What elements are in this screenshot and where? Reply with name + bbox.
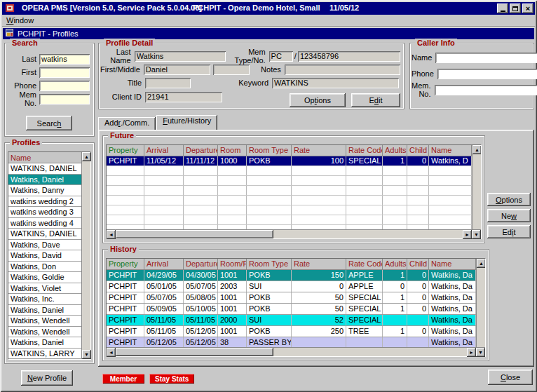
profiles-name-header[interactable]: Name [8,152,81,163]
history-vscrollbar[interactable]: ▲ [476,259,485,347]
scroll-down-icon[interactable]: ▼ [82,350,91,359]
column-header[interactable]: Room Type [247,259,292,269]
tab-future-history[interactable]: Future/History [156,115,217,130]
detail-keyword[interactable] [272,78,399,88]
detail-first-name[interactable] [144,65,210,75]
stay-stats-badge[interactable]: Stay Stats [149,374,194,384]
column-header[interactable]: Room/Fol. [218,259,247,269]
table-row[interactable] [107,176,472,186]
scroll-track[interactable] [82,161,90,350]
table-row[interactable]: PCHPIT05/11/0505/12/051001POKB250TREE10W… [107,326,476,337]
column-header[interactable]: Room Type [247,145,292,156]
profile-list-item[interactable]: Watkins, Wendell [8,316,81,327]
detail-last-name[interactable] [135,51,226,62]
scroll-right-icon[interactable]: ► [463,230,472,239]
search-button[interactable]: Search [26,116,72,130]
scroll-right-icon[interactable]: ► [467,348,476,357]
caller-name-input[interactable] [435,53,537,63]
scroll-track[interactable] [273,348,467,356]
caller-mem-no-input[interactable] [435,85,537,95]
profile-list-item[interactable]: Watkins, Daniel [8,175,81,186]
close-button[interactable]: Close [488,370,533,385]
scroll-left-icon[interactable]: ◄ [107,230,116,239]
table-row[interactable]: PCHPIT05/12/0505/12/0538PASSER BYWatkins… [107,337,476,347]
profile-list-item[interactable]: Watkins, Wendell [8,327,81,338]
close-window-button[interactable]: × [522,4,533,13]
scroll-track[interactable] [473,154,481,229]
column-header[interactable]: Rate Code [346,259,383,269]
table-row[interactable] [107,215,472,225]
column-header[interactable]: Departure [184,145,218,156]
future-vscrollbar[interactable]: ▲ [472,145,481,229]
profile-list-item[interactable]: Watkins, Goldie [8,272,81,283]
column-header[interactable]: Arrival [144,145,184,156]
profile-list-item[interactable]: watkins wedding 4 [8,218,81,229]
profile-list-item[interactable]: WATKINS, DANIEL [8,229,81,240]
profile-list-item[interactable]: Watkins, Dave [8,240,81,251]
table-row[interactable]: PCHPIT11/05/1211/11/121000POKB100SPECIAL… [107,156,472,166]
column-header[interactable]: Name [429,259,476,269]
column-header[interactable]: Property [107,145,144,156]
profile-list-item[interactable]: Watkins, Daniel [8,305,81,316]
menu-window[interactable]: Window [6,16,34,25]
scroll-up-icon[interactable]: ▲ [477,259,485,268]
profile-list-item[interactable]: Watkins, Violet [8,283,81,295]
profile-list-item[interactable]: Watkins, Daniel [8,337,81,349]
profile-list-item[interactable]: watkins wedding 3 [8,207,81,218]
detail-mem-type[interactable] [269,51,293,62]
maximize-button[interactable] [510,4,521,13]
tab-addr-comm[interactable]: Addr./Comm. [98,117,156,130]
column-header[interactable]: Rate [292,259,346,269]
future-hscrollbar[interactable]: ◄ ► ▼ [107,229,481,238]
profile-list-item[interactable]: WATKINS, DANIEL [8,163,81,175]
detail-edit-button[interactable]: Edit [351,93,400,107]
scroll-down-icon[interactable]: ▼ [472,230,481,239]
minimize-button[interactable] [497,4,508,13]
detail-options-button[interactable]: Options [290,93,346,107]
table-row[interactable] [107,196,472,205]
profiles-scrollbar[interactable]: ▲ ▼ [81,152,90,359]
column-header[interactable]: Departure [184,259,218,269]
profile-list-item[interactable]: Watkins, Inc. [8,294,81,305]
detail-title[interactable] [145,78,191,88]
column-header[interactable]: Room [218,145,247,156]
column-header[interactable]: Rate [292,145,346,156]
table-row[interactable] [107,205,472,215]
scroll-track[interactable] [273,230,463,238]
new-profile-button[interactable]: New Profile [21,370,73,386]
mem-no-input[interactable] [39,94,90,104]
table-row[interactable]: PCHPIT05/01/0505/07/052003SUI0APPLE00Wat… [107,281,476,292]
caller-phone-input[interactable] [437,69,537,79]
column-header[interactable]: Child [407,145,429,156]
column-header[interactable]: Child [407,259,429,269]
profile-list-item[interactable]: Watkins, Danny [8,185,81,196]
column-header[interactable]: Rate Code [346,145,383,156]
scroll-thumb[interactable] [116,230,273,238]
table-row[interactable]: PCHPIT05/11/0505/11/052000SUI52SPECIALWa… [107,315,476,326]
first-name-input[interactable] [39,67,90,78]
table-row[interactable]: PCHPIT05/07/0505/08/051001POKB50SPECIAL1… [107,292,476,304]
last-name-input[interactable] [39,54,90,65]
member-badge[interactable]: Member [102,374,144,384]
scroll-left-icon[interactable]: ◄ [107,348,116,357]
detail-client-id[interactable] [145,92,222,102]
detail-middle-name[interactable] [213,65,250,75]
profile-list-item[interactable]: Watkins, David [8,250,81,262]
table-row[interactable] [107,186,472,196]
table-row[interactable]: PCHPIT04/29/0504/30/051001POKB150APPLE10… [107,270,476,281]
phone-input[interactable] [39,81,90,91]
scroll-up-icon[interactable]: ▲ [82,152,91,161]
new-grid-button[interactable]: New [487,209,531,222]
column-header[interactable]: Adults [383,259,407,269]
table-row[interactable] [107,166,472,176]
column-header[interactable]: Name [429,145,472,156]
edit-grid-button[interactable]: Edit [487,225,531,238]
options-grid-button[interactable]: Options [487,193,531,206]
scroll-thumb[interactable] [116,348,273,356]
detail-mem-no[interactable] [298,51,400,62]
scroll-track[interactable] [477,268,485,347]
column-header[interactable]: Arrival [144,259,184,269]
scroll-down-icon[interactable]: ▼ [476,348,485,357]
table-row[interactable]: PCHPIT05/09/0505/10/051001POKB50SPECIAL1… [107,304,476,315]
column-header[interactable]: Adults [383,145,407,156]
